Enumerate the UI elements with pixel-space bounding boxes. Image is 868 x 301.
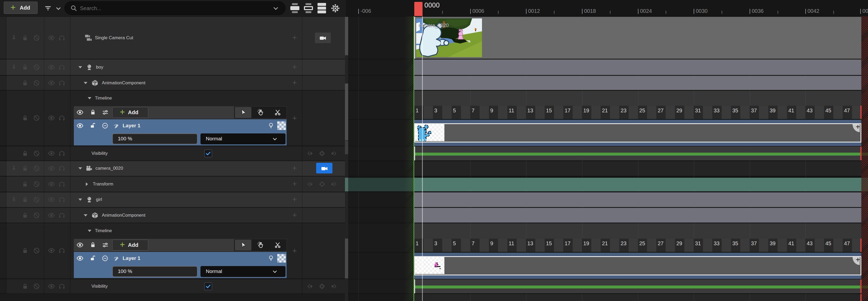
svg-text:camera_0020: camera_0020 — [418, 22, 449, 28]
